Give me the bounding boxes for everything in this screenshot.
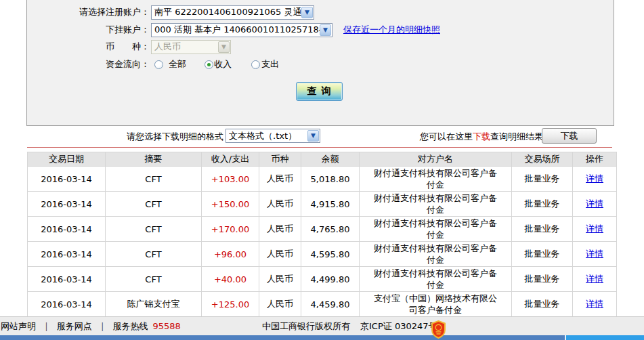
col-header-date: 交易日期 (28, 152, 106, 167)
register-account-row: 请选择注册账户： 南平 6222001406100921065 灵通卡 ▼ (27, 5, 614, 20)
cell-currency: 人民币 (259, 242, 301, 267)
currency-label: 币 种： (27, 41, 150, 53)
radio-checked-icon[interactable] (205, 60, 213, 69)
detail-link[interactable]: 详情 (586, 299, 603, 309)
cell-amount: +170.00 (202, 217, 259, 242)
cell-channel: 批量业务 (512, 267, 573, 292)
sub-account-row: 下挂账户： 000 活期 基本户 1406600101102571848 ▼ 保… (27, 22, 614, 37)
table-header-row: 交易日期 摘要 收入/支出 币种 余额 对方户名 交易场所 操作 (28, 152, 617, 167)
cell-counterparty: 财付通支付科技有限公司客户备付金 (360, 167, 512, 192)
counterparty-name: 财付通支付科技有限公司客户备付金 (372, 217, 499, 240)
security-badge-icon (431, 320, 446, 339)
footer-separator: ｜ (98, 320, 107, 333)
cell-currency: 人民币 (259, 192, 301, 217)
col-header-amount: 收入/支出 (202, 152, 259, 167)
detail-link[interactable]: 详情 (586, 224, 603, 234)
download-inline-link[interactable]: 下载 (473, 131, 490, 142)
cell-amount: +125.00 (202, 292, 259, 317)
detail-link[interactable]: 详情 (586, 173, 603, 184)
red-divider (27, 147, 612, 148)
cell-amount: +40.00 (202, 267, 259, 292)
bottom-status-bar (0, 335, 644, 340)
register-account-value: 南平 6222001406100921065 灵通卡 (154, 6, 301, 18)
footer-copyright-area: 中国工商银行版权所有 京ICP证 030247号 (262, 317, 437, 335)
download-format-value: 文本格式（.txt） (229, 130, 297, 142)
transactions-table: 交易日期 摘要 收入/支出 币种 余额 对方户名 交易场所 操作 2016-03… (27, 152, 617, 317)
currency-row: 币 种： 人民币 ▼ (27, 39, 614, 54)
cell-operation: 详情 (573, 242, 617, 267)
sub-account-select[interactable]: 000 活期 基本户 1406600101102571848 ▼ (151, 23, 332, 37)
counterparty-name: 财付通支付科技有限公司客户备付金 (372, 167, 499, 190)
flow-option-income[interactable]: 收入 (205, 58, 232, 70)
download-hint-suffix: 查询明细结果 (490, 131, 543, 142)
col-header-operation: 操作 (573, 152, 617, 167)
download-row: 请您选择下载明细的格式 文本格式（.txt） ▼ 您可以在这里下载查询明细结果 … (0, 128, 644, 144)
cell-summary: CFT (106, 267, 202, 292)
cell-date: 2016-03-14 (28, 267, 106, 292)
table-row: 2016-03-14 CFT +40.00 人民币 4,499.80 财付通支付… (28, 267, 617, 292)
radio-unchecked-icon[interactable] (154, 60, 163, 69)
bottom-bar-highlight (565, 335, 644, 340)
cell-channel: 批量业务 (512, 217, 573, 242)
detail-link[interactable]: 详情 (586, 249, 603, 259)
cell-amount: +96.00 (202, 242, 259, 267)
flow-radio-group: 全部 收入 支出 (154, 58, 279, 70)
cell-summary: 陈广锦支付宝 (106, 292, 202, 317)
cell-balance: 4,915.80 (301, 192, 360, 217)
currency-select: 人民币 ▼ (151, 40, 231, 54)
icp-text: 京ICP证 030247号 (360, 320, 437, 333)
flow-option-expense-label: 支出 (261, 58, 279, 70)
download-format-select[interactable]: 文本格式（.txt） ▼ (226, 129, 320, 143)
sub-account-value: 000 活期 基本户 1406600101102571848 (154, 24, 320, 36)
query-button[interactable]: 查 询 (296, 82, 343, 101)
cell-date: 2016-03-14 (28, 192, 106, 217)
hotline-label: 服务热线 (112, 320, 148, 333)
cell-date: 2016-03-14 (28, 167, 106, 192)
download-hint: 您可以在这里下载查询明细结果 (420, 131, 543, 143)
save-snapshot-link[interactable]: 保存近一个月的明细快照 (343, 24, 440, 36)
cell-balance: 4,499.80 (301, 267, 360, 292)
download-format-label: 请您选择下载明细的格式 (127, 131, 223, 143)
query-form-panel: 请选择注册账户： 南平 6222001406100921065 灵通卡 ▼ 下挂… (26, 0, 614, 126)
cell-balance: 5,018.80 (301, 167, 360, 192)
chevron-down-icon[interactable]: ▼ (307, 130, 319, 142)
flow-option-all-label: 全部 (169, 58, 186, 70)
chevron-down-icon[interactable]: ▼ (320, 24, 331, 36)
register-account-select[interactable]: 南平 6222001406100921065 灵通卡 ▼ (151, 5, 314, 20)
cell-operation: 详情 (573, 167, 617, 192)
cell-channel: 批量业务 (512, 167, 573, 192)
flow-row: 资金流向： 全部 收入 支出 (27, 57, 614, 72)
download-button[interactable]: 下载 (542, 128, 597, 144)
table-row: 2016-03-14 CFT +170.00 人民币 4,765.80 财付通支… (28, 217, 617, 242)
radio-unchecked-icon[interactable] (251, 60, 260, 69)
counterparty-name: 支付宝（中国）网络技术有限公司客户备付金 (372, 293, 499, 316)
cell-summary: CFT (106, 192, 202, 217)
cell-date: 2016-03-14 (28, 292, 106, 317)
footer-link-branches[interactable]: 服务网点 (57, 320, 92, 333)
col-header-balance: 余额 (301, 152, 360, 167)
cell-counterparty: 财付通支付科技有限公司客户备付金 (360, 217, 512, 242)
chevron-down-icon[interactable]: ▼ (301, 7, 313, 18)
cell-channel: 批量业务 (512, 192, 573, 217)
table-row: 2016-03-14 陈广锦支付宝 +125.00 人民币 4,459.80 支… (28, 292, 617, 317)
cell-operation: 详情 (573, 217, 617, 242)
footer-link-statement[interactable]: 网站声明 (1, 320, 36, 333)
detail-link[interactable]: 详情 (586, 274, 603, 284)
flow-option-all[interactable]: 全部 (154, 58, 186, 70)
cell-balance: 4,595.80 (301, 242, 360, 267)
col-header-currency: 币种 (259, 152, 301, 167)
copyright-text: 中国工商银行版权所有 (262, 320, 350, 333)
cell-summary: CFT (106, 167, 202, 192)
cell-balance: 4,459.80 (301, 292, 360, 317)
chevron-down-icon: ▼ (218, 41, 230, 53)
cell-operation: 详情 (573, 192, 617, 217)
counterparty-name: 财付通支付科技有限公司客户备付金 (372, 192, 499, 215)
cell-amount: +103.00 (202, 167, 259, 192)
cell-currency: 人民币 (259, 267, 301, 292)
counterparty-name: 财付通支付科技有限公司客户备付金 (372, 242, 499, 265)
footer-links: 网站声明 ｜ 服务网点 ｜ 服务热线 95588 (1, 317, 181, 335)
cell-operation: 详情 (573, 267, 617, 292)
flow-option-expense[interactable]: 支出 (251, 58, 279, 70)
detail-link[interactable]: 详情 (586, 198, 603, 209)
cell-currency: 人民币 (259, 292, 301, 317)
